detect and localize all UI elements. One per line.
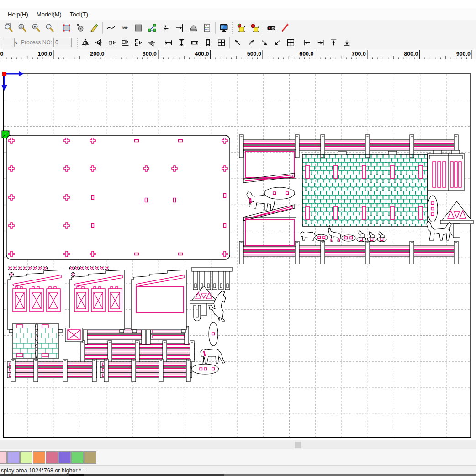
shingle-roof-panel [302, 151, 428, 226]
rotation-input[interactable] [1, 38, 15, 47]
menu-help[interactable]: Help(H) [4, 10, 32, 19]
to-bottom[interactable] [340, 37, 354, 48]
barn-wall [69, 270, 125, 333]
node-edit[interactable] [74, 21, 87, 35]
align-center[interactable] [284, 37, 297, 48]
toolbar-main: ABMP [0, 20, 476, 36]
svg-text:800.0: 800.0 [404, 51, 418, 57]
device[interactable] [186, 21, 200, 35]
svg-text:200.0: 200.0 [90, 51, 104, 57]
task-list[interactable] [200, 21, 214, 35]
zoom-page[interactable] [2, 21, 16, 35]
mirror-h[interactable] [79, 37, 92, 48]
zoom[interactable] [43, 21, 57, 35]
svg-text:900.0: 900.0 [456, 51, 471, 57]
zoom-all[interactable]: A [29, 21, 43, 35]
array-v[interactable] [119, 37, 132, 48]
select-rect[interactable] [60, 21, 74, 35]
palette-swatch-3[interactable] [33, 451, 45, 464]
track-slider[interactable] [159, 21, 173, 35]
status-bar: splay area 1024*768 or higher *--- [0, 465, 476, 475]
align-br[interactable] [258, 37, 271, 48]
to-right[interactable] [314, 37, 327, 48]
toolbar-edit: o Process NO: [0, 36, 476, 50]
color-palette [0, 449, 476, 465]
palette-swatch-6[interactable] [71, 451, 84, 464]
svg-text:600.0: 600.0 [299, 51, 313, 57]
palette-swatch-0[interactable] [0, 451, 7, 464]
degree-symbol: o [15, 40, 17, 45]
bmp[interactable]: BMP [118, 21, 132, 35]
mirror-flip[interactable] [145, 37, 159, 48]
align-tl[interactable] [231, 37, 244, 48]
size-h[interactable] [188, 37, 201, 48]
curve[interactable] [104, 21, 118, 35]
taskbar-strip [0, 474, 476, 476]
ruler-horizontal: 0100.0200.0300.0400.0500.0600.0700.0800.… [0, 49, 476, 60]
laser-device[interactable] [264, 21, 278, 35]
palette-swatch-4[interactable] [46, 451, 58, 464]
size-grid[interactable] [215, 37, 228, 48]
origin-locate[interactable] [248, 21, 261, 35]
barn-wall [131, 270, 186, 333]
size-v[interactable] [201, 37, 215, 48]
menu-bar: Help(H)Model(M)Tool(T) [0, 8, 476, 20]
palette-swatch-2[interactable] [20, 451, 32, 464]
menu-model[interactable]: Model(M) [32, 10, 66, 19]
svg-text:500.0: 500.0 [247, 51, 261, 57]
base-panel[interactable] [6, 135, 230, 259]
align-bl[interactable] [271, 37, 284, 48]
svg-text:A: A [34, 25, 37, 29]
align-tr[interactable] [244, 37, 258, 48]
svg-text:0: 0 [0, 51, 4, 57]
process-no-input[interactable] [53, 38, 72, 47]
pen-edit[interactable] [87, 21, 101, 35]
svg-text:100.0: 100.0 [38, 51, 52, 57]
zoom-grid[interactable] [16, 21, 29, 35]
go-edge[interactable] [173, 21, 186, 35]
svg-text:BMP: BMP [122, 26, 128, 30]
scrollbar-thumb[interactable] [295, 442, 301, 448]
svg-text:700.0: 700.0 [352, 51, 366, 57]
array-hv[interactable] [132, 37, 145, 48]
origin-set[interactable] [234, 21, 248, 35]
process-no-label: Process NO: [21, 39, 52, 46]
display[interactable] [217, 21, 231, 35]
same-height[interactable] [175, 37, 188, 48]
palette-swatch-7[interactable] [84, 451, 96, 464]
palette-swatch-1[interactable] [7, 451, 20, 464]
node-tree[interactable] [145, 21, 159, 35]
fill-square[interactable] [132, 21, 145, 35]
to-left[interactable] [301, 37, 314, 48]
horizontal-scrollbar[interactable] [0, 440, 476, 450]
palette-swatch-5[interactable] [58, 451, 71, 464]
status-text: splay area 1024*768 or higher *--- [1, 467, 87, 474]
same-width[interactable] [162, 37, 175, 48]
laser-pointer[interactable] [278, 21, 292, 35]
slat-piece [428, 150, 464, 191]
array-h[interactable] [106, 37, 119, 48]
to-top[interactable] [327, 37, 340, 48]
mirror-v[interactable] [92, 37, 106, 48]
menu-tool[interactable]: Tool(T) [66, 10, 92, 19]
svg-text:300.0: 300.0 [143, 51, 157, 57]
drawing-canvas[interactable] [0, 59, 476, 440]
x-brace-box [65, 328, 83, 342]
svg-text:400.0: 400.0 [195, 51, 209, 57]
